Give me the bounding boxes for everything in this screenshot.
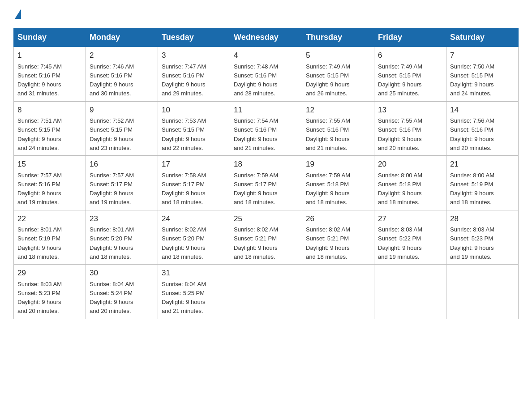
day-info: Sunrise: 8:02 AMSunset: 5:21 PMDaylight:…: [306, 226, 350, 260]
day-number: 19: [306, 158, 370, 170]
calendar-cell: 13 Sunrise: 7:55 AMSunset: 5:16 PMDaylig…: [374, 101, 446, 156]
calendar-cell: 25 Sunrise: 8:02 AMSunset: 5:21 PMDaylig…: [230, 210, 302, 265]
calendar-cell: 27 Sunrise: 8:03 AMSunset: 5:22 PMDaylig…: [374, 210, 446, 265]
calendar-week-row: 8 Sunrise: 7:51 AMSunset: 5:15 PMDayligh…: [14, 101, 519, 156]
day-info: Sunrise: 8:02 AMSunset: 5:20 PMDaylight:…: [162, 226, 206, 260]
calendar-week-row: 29 Sunrise: 8:03 AMSunset: 5:23 PMDaylig…: [14, 265, 519, 319]
day-info: Sunrise: 8:04 AMSunset: 5:25 PMDaylight:…: [162, 281, 206, 315]
calendar-cell: [446, 265, 519, 319]
calendar-header-row: SundayMondayTuesdayWednesdayThursdayFrid…: [14, 28, 519, 47]
day-number: 1: [17, 50, 82, 61]
logo-triangle-icon: [15, 9, 21, 19]
calendar-cell: 6 Sunrise: 7:49 AMSunset: 5:15 PMDayligh…: [374, 47, 446, 102]
calendar-cell: 21 Sunrise: 8:00 AMSunset: 5:19 PMDaylig…: [446, 156, 519, 210]
day-info: Sunrise: 8:01 AMSunset: 5:19 PMDaylight:…: [17, 226, 62, 260]
day-number: 27: [378, 213, 442, 225]
calendar-week-row: 1 Sunrise: 7:45 AMSunset: 5:16 PMDayligh…: [14, 47, 519, 102]
calendar-cell: 8 Sunrise: 7:51 AMSunset: 5:15 PMDayligh…: [14, 101, 86, 156]
calendar-cell: 15 Sunrise: 7:57 AMSunset: 5:16 PMDaylig…: [14, 156, 86, 210]
day-info: Sunrise: 7:56 AMSunset: 5:16 PMDaylight:…: [450, 117, 494, 151]
logo-top: [13, 9, 21, 19]
day-info: Sunrise: 7:53 AMSunset: 5:15 PMDaylight:…: [162, 117, 206, 151]
day-info: Sunrise: 7:50 AMSunset: 5:15 PMDaylight:…: [450, 63, 494, 97]
day-number: 3: [162, 50, 226, 61]
calendar-cell: 1 Sunrise: 7:45 AMSunset: 5:16 PMDayligh…: [14, 47, 86, 102]
calendar-cell: 22 Sunrise: 8:01 AMSunset: 5:19 PMDaylig…: [14, 210, 86, 265]
day-info: Sunrise: 7:59 AMSunset: 5:18 PMDaylight:…: [306, 172, 350, 206]
day-number: 14: [450, 104, 515, 116]
day-number: 10: [162, 104, 226, 116]
day-info: Sunrise: 8:00 AMSunset: 5:19 PMDaylight:…: [450, 172, 494, 206]
day-info: Sunrise: 7:54 AMSunset: 5:16 PMDaylight:…: [234, 117, 278, 151]
day-info: Sunrise: 8:00 AMSunset: 5:18 PMDaylight:…: [378, 172, 422, 206]
calendar-cell: 18 Sunrise: 7:59 AMSunset: 5:17 PMDaylig…: [230, 156, 302, 210]
calendar-header-thursday: Thursday: [302, 28, 374, 47]
calendar-header-wednesday: Wednesday: [230, 28, 302, 47]
day-number: 18: [234, 158, 298, 170]
calendar-cell: 20 Sunrise: 8:00 AMSunset: 5:18 PMDaylig…: [374, 156, 446, 210]
day-number: 8: [17, 104, 82, 116]
calendar-cell: [302, 265, 374, 319]
calendar-cell: 23 Sunrise: 8:01 AMSunset: 5:20 PMDaylig…: [86, 210, 158, 265]
calendar-cell: 16 Sunrise: 7:57 AMSunset: 5:17 PMDaylig…: [86, 156, 158, 210]
day-info: Sunrise: 8:02 AMSunset: 5:21 PMDaylight:…: [234, 226, 278, 260]
day-number: 23: [90, 213, 154, 225]
day-info: Sunrise: 7:48 AMSunset: 5:16 PMDaylight:…: [234, 63, 278, 97]
calendar-header-monday: Monday: [86, 28, 158, 47]
calendar-cell: 10 Sunrise: 7:53 AMSunset: 5:15 PMDaylig…: [158, 101, 230, 156]
calendar-header-friday: Friday: [374, 28, 446, 47]
calendar-cell: 9 Sunrise: 7:52 AMSunset: 5:15 PMDayligh…: [86, 101, 158, 156]
day-number: 22: [17, 213, 82, 225]
day-info: Sunrise: 7:47 AMSunset: 5:16 PMDaylight:…: [162, 63, 206, 97]
day-number: 24: [162, 213, 226, 225]
calendar-cell: 30 Sunrise: 8:04 AMSunset: 5:24 PMDaylig…: [86, 265, 158, 319]
day-number: 21: [450, 158, 515, 170]
day-info: Sunrise: 7:52 AMSunset: 5:15 PMDaylight:…: [90, 117, 134, 151]
calendar-cell: [230, 265, 302, 319]
day-info: Sunrise: 8:03 AMSunset: 5:22 PMDaylight:…: [378, 226, 422, 260]
calendar-header-sunday: Sunday: [14, 28, 86, 47]
calendar-cell: 17 Sunrise: 7:58 AMSunset: 5:17 PMDaylig…: [158, 156, 230, 210]
day-info: Sunrise: 8:01 AMSunset: 5:20 PMDaylight:…: [90, 226, 134, 260]
calendar-week-row: 15 Sunrise: 7:57 AMSunset: 5:16 PMDaylig…: [14, 156, 519, 210]
day-info: Sunrise: 7:58 AMSunset: 5:17 PMDaylight:…: [162, 172, 206, 206]
day-number: 13: [378, 104, 442, 116]
day-number: 5: [306, 50, 370, 61]
calendar-cell: 12 Sunrise: 7:55 AMSunset: 5:16 PMDaylig…: [302, 101, 374, 156]
day-number: 11: [234, 104, 298, 116]
day-number: 7: [450, 50, 515, 61]
calendar-cell: 28 Sunrise: 8:03 AMSunset: 5:23 PMDaylig…: [446, 210, 519, 265]
calendar-cell: 31 Sunrise: 8:04 AMSunset: 5:25 PMDaylig…: [158, 265, 230, 319]
calendar-cell: 29 Sunrise: 8:03 AMSunset: 5:23 PMDaylig…: [14, 265, 86, 319]
day-info: Sunrise: 7:49 AMSunset: 5:15 PMDaylight:…: [306, 63, 350, 97]
logo: [13, 9, 21, 19]
day-info: Sunrise: 8:03 AMSunset: 5:23 PMDaylight:…: [17, 281, 62, 315]
day-number: 29: [17, 267, 82, 279]
day-info: Sunrise: 7:55 AMSunset: 5:16 PMDaylight:…: [378, 117, 422, 151]
day-number: 12: [306, 104, 370, 116]
calendar-cell: 19 Sunrise: 7:59 AMSunset: 5:18 PMDaylig…: [302, 156, 374, 210]
calendar-cell: 24 Sunrise: 8:02 AMSunset: 5:20 PMDaylig…: [158, 210, 230, 265]
day-info: Sunrise: 7:46 AMSunset: 5:16 PMDaylight:…: [90, 63, 134, 97]
calendar-cell: 26 Sunrise: 8:02 AMSunset: 5:21 PMDaylig…: [302, 210, 374, 265]
day-number: 31: [162, 267, 226, 279]
day-number: 20: [378, 158, 442, 170]
day-number: 17: [162, 158, 226, 170]
day-number: 2: [90, 50, 154, 61]
calendar-table: SundayMondayTuesdayWednesdayThursdayFrid…: [13, 28, 519, 319]
day-info: Sunrise: 7:55 AMSunset: 5:16 PMDaylight:…: [306, 117, 350, 151]
day-info: Sunrise: 8:04 AMSunset: 5:24 PMDaylight:…: [90, 281, 134, 315]
day-number: 16: [90, 158, 154, 170]
page-header: [13, 9, 519, 19]
day-info: Sunrise: 8:03 AMSunset: 5:23 PMDaylight:…: [450, 226, 494, 260]
calendar-header-saturday: Saturday: [446, 28, 519, 47]
day-number: 4: [234, 50, 298, 61]
day-info: Sunrise: 7:57 AMSunset: 5:17 PMDaylight:…: [90, 172, 134, 206]
day-info: Sunrise: 7:59 AMSunset: 5:17 PMDaylight:…: [234, 172, 278, 206]
day-info: Sunrise: 7:45 AMSunset: 5:16 PMDaylight:…: [17, 63, 62, 97]
calendar-cell: 14 Sunrise: 7:56 AMSunset: 5:16 PMDaylig…: [446, 101, 519, 156]
day-number: 26: [306, 213, 370, 225]
calendar-cell: [374, 265, 446, 319]
calendar-cell: 11 Sunrise: 7:54 AMSunset: 5:16 PMDaylig…: [230, 101, 302, 156]
day-number: 25: [234, 213, 298, 225]
